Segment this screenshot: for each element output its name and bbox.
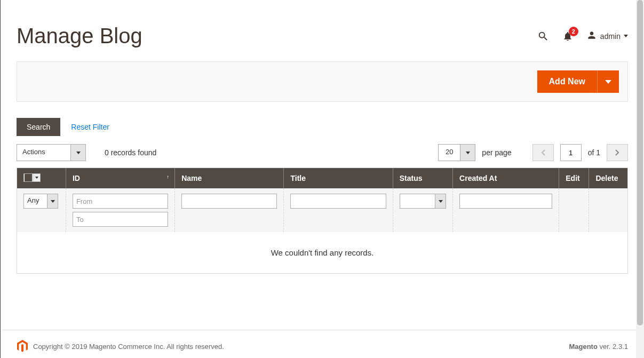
col-header-created-at[interactable]: Created At (453, 168, 559, 188)
header-actions: 2 admin (537, 30, 628, 42)
empty-message: We couldn't find any records. (17, 232, 627, 273)
per-page-label: per page (482, 148, 511, 157)
chevron-down-icon (47, 194, 58, 208)
records-found-label: 0 records found (105, 148, 156, 157)
grid-controls-top: Search Reset Filter (17, 118, 628, 136)
footer-left: Copyright © 2019 Magento Commerce Inc. A… (17, 340, 224, 353)
per-page-value: 20 (439, 145, 460, 161)
action-bar: Add New (17, 61, 628, 102)
controls-right: 20 per page of 1 (438, 144, 628, 161)
search-button[interactable]: Search (17, 118, 60, 136)
filter-created-at[interactable] (459, 194, 552, 209)
col-header-select[interactable] (17, 168, 66, 188)
col-header-name[interactable]: Name (175, 168, 284, 188)
page-title: Manage Blog (17, 24, 142, 48)
footer-version: ver. 2.3.1 (598, 343, 628, 351)
chevron-down-icon (70, 145, 85, 161)
sort-asc-icon: ↑ (166, 174, 169, 180)
actions-select[interactable]: Actions (17, 144, 86, 161)
page-header: Manage Blog 2 admin (17, 0, 628, 61)
empty-row: We couldn't find any records. (17, 232, 627, 273)
select-all-checkbox[interactable] (23, 173, 41, 182)
filter-any-select[interactable]: Any (23, 194, 58, 209)
filter-title[interactable] (290, 194, 386, 209)
chevron-down-icon (605, 80, 611, 84)
add-new-button[interactable]: Add New (537, 70, 597, 93)
user-menu[interactable]: admin (586, 30, 628, 42)
chevron-down-icon (33, 174, 40, 181)
filter-id-to[interactable] (73, 212, 168, 227)
data-grid: ID ↑ Name Title Status Created At Edit D… (17, 168, 628, 274)
prev-page-button[interactable] (532, 144, 554, 161)
per-page-select[interactable]: 20 (438, 144, 475, 161)
notification-badge: 2 (569, 27, 578, 36)
notification-icon[interactable]: 2 (562, 31, 573, 42)
username-label: admin (600, 32, 621, 41)
next-page-button[interactable] (607, 144, 628, 161)
magento-logo-icon (17, 340, 28, 353)
page-input[interactable] (560, 144, 582, 161)
filter-id-from[interactable] (73, 194, 168, 209)
chevron-right-icon (615, 149, 619, 156)
user-icon (586, 30, 597, 42)
copyright-text: Copyright © 2019 Magento Commerce Inc. A… (33, 343, 224, 351)
grid-controls-bottom: Actions 0 records found 20 per page of 1 (17, 144, 628, 161)
header-row: ID ↑ Name Title Status Created At Edit D… (17, 168, 627, 188)
add-new-button-group: Add New (537, 70, 619, 93)
search-icon[interactable] (537, 30, 549, 42)
col-header-edit: Edit (559, 168, 589, 188)
actions-select-label: Actions (17, 145, 70, 161)
filter-status-select[interactable] (400, 194, 446, 209)
col-header-delete: Delete (589, 168, 627, 188)
col-header-title[interactable]: Title (284, 168, 393, 188)
chevron-down-icon (460, 145, 475, 161)
footer-brand: Magento (569, 343, 597, 351)
col-header-status[interactable]: Status (393, 168, 453, 188)
chevron-down-icon (435, 194, 446, 208)
chevron-left-icon (541, 149, 545, 156)
controls-left: Actions 0 records found (17, 144, 156, 161)
reset-filter-link[interactable]: Reset Filter (71, 123, 109, 131)
filter-name[interactable] (181, 194, 277, 209)
scrollbar[interactable] (636, 0, 644, 358)
filter-row: Any (17, 188, 627, 232)
footer-right: Magento ver. 2.3.1 (569, 343, 628, 351)
col-header-id[interactable]: ID ↑ (66, 168, 175, 188)
chevron-down-icon (624, 35, 628, 37)
of-pages-label: of 1 (588, 148, 600, 157)
scrollbar-thumb[interactable] (637, 0, 643, 325)
footer: Copyright © 2019 Magento Commerce Inc. A… (1, 330, 644, 358)
add-new-dropdown-toggle[interactable] (597, 70, 619, 93)
